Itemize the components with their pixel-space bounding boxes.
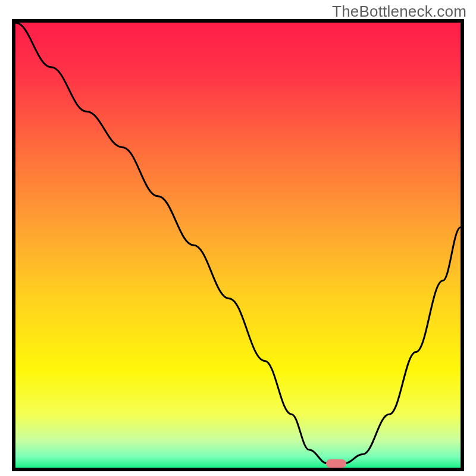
watermark-text: TheBottleneck.com: [332, 2, 466, 21]
bottleneck-curve: [15, 23, 461, 468]
plot-area: [12, 19, 464, 471]
chart-frame: TheBottleneck.com: [0, 0, 476, 476]
optimal-marker: [326, 459, 346, 468]
